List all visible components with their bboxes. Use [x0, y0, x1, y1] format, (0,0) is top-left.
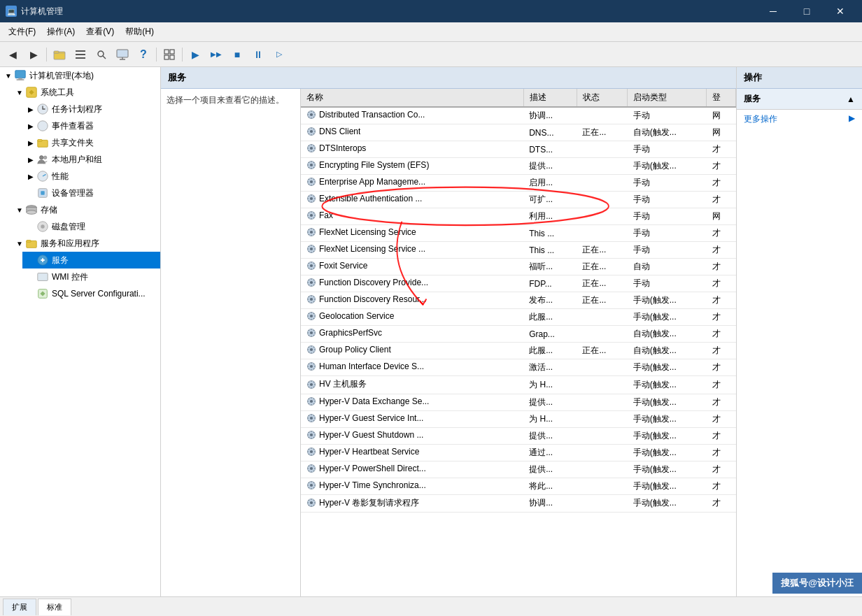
services-table-container[interactable]: 名称 描述 状态 启动类型 登 Distributed Tr — [301, 89, 736, 596]
menu-help[interactable]: 帮助(H) — [120, 23, 160, 41]
more-actions-button[interactable]: 更多操作 ▶ — [737, 110, 862, 129]
service-status-cell — [577, 427, 627, 444]
table-row[interactable]: Encrypting File System (EFS) 提供...手动(触发.… — [301, 158, 736, 175]
service-status-cell — [577, 141, 627, 158]
table-row[interactable]: Extensible Authentication ... 可扩...手动才 — [301, 192, 736, 208]
service-startup-cell: 手动 — [628, 175, 707, 192]
table-row[interactable]: Hyper-V Guest Service Int... 为 H...手动(触发… — [301, 410, 736, 427]
table-row[interactable]: Hyper-V Time Synchroniza... 将此...手动(触发..… — [301, 478, 736, 494]
expand-root[interactable]: ▼ — [3, 72, 14, 80]
expand-task[interactable]: ▶ — [25, 106, 36, 113]
table-row[interactable]: DTSInterops DTS...手动才 — [301, 141, 736, 158]
expand-shared[interactable]: ▶ — [25, 139, 36, 147]
col-status[interactable]: 状态 — [577, 89, 627, 107]
sidebar-device-manager[interactable]: 设备管理器 — [22, 185, 160, 201]
table-row[interactable]: Human Interface Device S... 激活...手动(触发..… — [301, 359, 736, 376]
sidebar-services[interactable]: 服务 — [22, 252, 160, 268]
list-button[interactable] — [71, 45, 90, 64]
table-row[interactable]: FlexNet Licensing Service This ...手动才 — [301, 225, 736, 242]
skip-button[interactable]: ▶▶ — [206, 45, 226, 64]
svg-rect-16 — [17, 79, 24, 80]
menu-action[interactable]: 操作(A) — [41, 23, 80, 41]
sidebar-system-tools[interactable]: ▼ 系统工具 — [11, 84, 160, 101]
menu-view[interactable]: 查看(V) — [80, 23, 120, 41]
service-status-cell — [577, 225, 627, 242]
table-row[interactable]: HV 主机服务 为 H...手动(触发...才 — [301, 376, 736, 394]
svg-point-70 — [310, 382, 313, 385]
help-button[interactable]: ? — [134, 45, 153, 64]
main-layout: ▼ 计算机管理(本地) ▼ 系统工具 ▶ — [0, 67, 862, 596]
gear-icon — [306, 447, 316, 457]
toolbar: ◀ ▶ — [0, 42, 862, 67]
expand-services-apps[interactable]: ▼ — [14, 240, 25, 248]
svg-point-58 — [310, 281, 313, 284]
expand-icon: ▲ — [847, 94, 855, 104]
table-row[interactable]: Hyper-V Guest Shutdown ... 提供...手动(触发...… — [301, 427, 736, 444]
service-status-cell — [577, 326, 627, 343]
table-row[interactable]: Foxit Service 福听...正在...自动才 — [301, 259, 736, 275]
table-row[interactable]: Hyper-V PowerShell Direct... 提供...手动(触发.… — [301, 461, 736, 478]
svg-point-78 — [310, 450, 313, 452]
sidebar-disk-mgmt[interactable]: 磁盘管理 — [22, 218, 160, 235]
search-button[interactable] — [92, 45, 111, 64]
sidebar-event-viewer[interactable]: ▶ 事件查看器 — [22, 117, 160, 134]
col-login[interactable]: 登 — [707, 89, 736, 107]
expand-performance[interactable]: ▶ — [25, 173, 36, 180]
table-row[interactable]: FlexNet Licensing Service ... This ...正在… — [301, 242, 736, 259]
restart-button[interactable]: ▷ — [269, 45, 289, 64]
back-button[interactable]: ◀ — [3, 45, 22, 64]
service-startup-cell: 手动(触发... — [628, 410, 707, 427]
tab-expand[interactable]: 扩展 — [3, 599, 36, 615]
col-desc[interactable]: 描述 — [523, 89, 577, 107]
table-row[interactable]: GraphicsPerfSvc Grap...自动(触发...才 — [301, 326, 736, 343]
expand-storage[interactable]: ▼ — [14, 206, 25, 214]
actions-header: 操作 — [737, 67, 862, 89]
sidebar-performance[interactable]: ▶ 性能 — [22, 168, 160, 185]
sidebar-wmi[interactable]: WMI 控件 — [22, 268, 160, 285]
maximize-button[interactable]: □ — [791, 0, 823, 22]
service-desc-cell: 协调... — [523, 494, 577, 513]
folder-button[interactable] — [50, 45, 69, 64]
table-row[interactable]: Enterprise App Manageme... 启用...手动才 — [301, 175, 736, 192]
sidebar-sql-config[interactable]: SQL Server Configurati... — [22, 285, 160, 302]
sidebar-services-apps[interactable]: ▼ 服务和应用程序 — [11, 235, 160, 252]
col-startup[interactable]: 启动类型 — [628, 89, 707, 107]
grid-button[interactable] — [160, 45, 179, 64]
forward-button[interactable]: ▶ — [24, 45, 43, 64]
service-startup-cell: 手动(触发... — [628, 461, 707, 478]
services-folder-icon — [25, 237, 38, 250]
sidebar-storage[interactable]: ▼ 存储 — [11, 201, 160, 218]
table-row[interactable]: DNS Client DNS...正在...自动(触发...网 — [301, 124, 736, 141]
expand-event[interactable]: ▶ — [25, 122, 36, 130]
svg-rect-1 — [54, 51, 59, 53]
table-row[interactable]: Group Policy Client 此服...正在...自动(触发...才 — [301, 343, 736, 359]
sidebar-shared-folders[interactable]: ▶ 共享文件夹 — [22, 134, 160, 151]
close-button[interactable]: ✕ — [824, 0, 856, 22]
tab-standard[interactable]: 标准 — [38, 599, 71, 615]
actions-subheader[interactable]: 服务 ▲ — [737, 89, 862, 110]
sidebar-task-scheduler[interactable]: ▶ 任务计划程序 — [22, 101, 160, 117]
expand-users[interactable]: ▶ — [25, 156, 36, 164]
table-row[interactable]: Function Discovery Provide... FDP...正在..… — [301, 275, 736, 292]
minimize-button[interactable]: ─ — [757, 0, 789, 22]
play-button[interactable]: ▶ — [185, 45, 205, 64]
stop-button[interactable]: ■ — [227, 45, 247, 64]
table-row[interactable]: Hyper-V Data Exchange Se... 提供...手动(触发..… — [301, 394, 736, 410]
sidebar-root[interactable]: ▼ 计算机管理(本地) — [0, 67, 160, 84]
pause-button[interactable]: ⏸ — [248, 45, 268, 64]
service-startup-cell: 手动(触发... — [628, 309, 707, 326]
computer-button[interactable] — [113, 45, 132, 64]
service-desc-cell: 将此... — [523, 478, 577, 494]
table-row[interactable]: Fax 利用...手动网 — [301, 208, 736, 225]
table-row[interactable]: Hyper-V 卷影复制请求程序 协调...手动(触发...才 — [301, 494, 736, 513]
table-row[interactable]: Distributed Transaction Co... 协调...手动网 — [301, 107, 736, 124]
service-name-cell: Encrypting File System (EFS) — [301, 158, 523, 175]
col-name[interactable]: 名称 — [301, 89, 523, 107]
gear-icon — [306, 244, 316, 254]
table-row[interactable]: Geolocation Service 此服...手动(触发...才 — [301, 309, 736, 326]
table-row[interactable]: Function Discovery Resour... 发布...正在...手… — [301, 292, 736, 309]
table-row[interactable]: Hyper-V Heartbeat Service 通过...手动(触发...才 — [301, 444, 736, 461]
menu-file[interactable]: 文件(F) — [3, 23, 41, 41]
expand-system[interactable]: ▼ — [14, 89, 25, 96]
sidebar-local-users[interactable]: ▶ 本地用户和组 — [22, 151, 160, 168]
